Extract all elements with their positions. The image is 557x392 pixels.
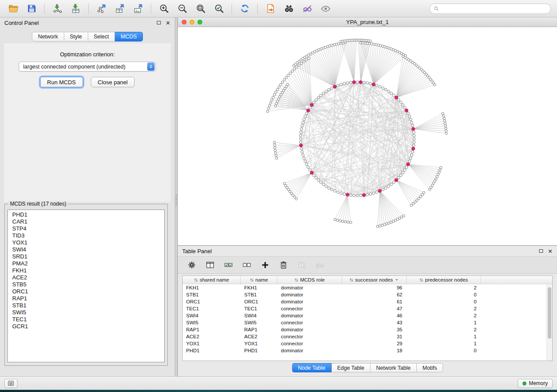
result-node-item[interactable]: YOX1 <box>12 239 164 246</box>
close-table-panel-button[interactable] <box>548 249 553 254</box>
export-image-button[interactable] <box>129 2 147 16</box>
cell-predecessor-nodes[interactable]: 0 <box>407 298 481 305</box>
cell-shared-name[interactable]: RAP1 <box>183 326 241 333</box>
window-minimize-button[interactable] <box>190 20 194 24</box>
cell-mcds-role[interactable]: connector <box>277 305 342 312</box>
table-row[interactable]: RAP1RAP1dominator352 <box>183 326 552 333</box>
show-panel-menu-button[interactable] <box>4 379 17 388</box>
result-node-item[interactable]: PHD1 <box>12 211 164 218</box>
cell-mcds-role[interactable]: dominator <box>277 284 342 291</box>
cell-shared-name[interactable]: ACE2 <box>183 333 241 340</box>
column-header-shared-name[interactable]: shared name <box>183 276 241 284</box>
column-header-mcds-role[interactable]: MCDS role <box>277 276 342 284</box>
result-node-item[interactable]: FKH1 <box>12 267 164 274</box>
result-node-item[interactable]: PMA2 <box>12 260 164 267</box>
result-node-item[interactable]: GCR1 <box>12 323 164 330</box>
show-columns-button[interactable] <box>203 258 217 272</box>
window-close-button[interactable] <box>182 20 187 24</box>
cell-shared-name[interactable]: PHD1 <box>183 347 241 354</box>
export-table-button[interactable] <box>111 2 128 16</box>
result-node-item[interactable]: SRD1 <box>12 253 164 260</box>
table-row[interactable]: ACE2ACE2connector311 <box>183 333 552 340</box>
cell-name[interactable]: YOX1 <box>241 340 277 347</box>
float-panel-button[interactable] <box>157 21 161 24</box>
close-control-panel-button[interactable] <box>166 21 170 25</box>
column-header-predecessor-nodes[interactable]: predecessor nodes <box>407 276 481 284</box>
zoom-out-button[interactable] <box>173 2 191 16</box>
cell-name[interactable]: SWI5 <box>241 319 277 326</box>
search-network-button[interactable] <box>280 2 298 16</box>
cell-successor-nodes[interactable]: 96 <box>342 284 407 291</box>
cell-successor-nodes[interactable]: 29 <box>342 340 407 347</box>
tab-network-table[interactable]: Network Table <box>370 363 417 372</box>
result-node-item[interactable]: CAR1 <box>12 218 164 225</box>
cell-shared-name[interactable]: TEC1 <box>183 305 241 312</box>
cell-name[interactable]: RAP1 <box>241 326 277 333</box>
zoom-fit-button[interactable] <box>192 2 209 16</box>
tab-style[interactable]: Style <box>64 32 88 41</box>
result-node-item[interactable]: STB1 <box>12 302 164 309</box>
table-row[interactable]: YOX1YOX1connector291 <box>183 340 552 347</box>
search-box[interactable] <box>429 3 551 14</box>
cell-predecessor-nodes[interactable]: 0 <box>407 347 481 354</box>
cell-mcds-role[interactable]: dominator <box>277 291 342 298</box>
import-network-button[interactable] <box>48 2 66 16</box>
cell-predecessor-nodes[interactable]: 2 <box>407 284 481 291</box>
result-node-item[interactable]: SWI5 <box>12 309 164 316</box>
cell-predecessor-nodes[interactable]: 2 <box>407 305 481 312</box>
cell-name[interactable]: SWI4 <box>241 312 277 319</box>
add-row-button[interactable] <box>258 258 272 272</box>
table-row[interactable]: FKH1FKH1dominator962 <box>183 284 552 291</box>
open-file-button[interactable] <box>4 2 22 16</box>
table-scrollbar[interactable] <box>547 285 552 361</box>
cell-successor-nodes[interactable]: 46 <box>342 312 407 319</box>
export-network-button[interactable] <box>93 2 110 16</box>
column-settings-button[interactable] <box>185 258 199 272</box>
table-row[interactable]: TEC1TEC1connector472 <box>183 305 552 312</box>
result-node-item[interactable]: STP4 <box>12 225 164 232</box>
cell-successor-nodes[interactable]: 43 <box>342 319 407 326</box>
result-node-item[interactable]: SWI4 <box>12 246 164 253</box>
export-document-button[interactable] <box>262 2 279 16</box>
cell-shared-name[interactable]: SWI5 <box>183 319 241 326</box>
cell-successor-nodes[interactable]: 62 <box>342 291 407 298</box>
run-mcds-button[interactable]: Run MCDS <box>40 77 83 87</box>
function-builder-button[interactable]: f(x) <box>313 258 327 272</box>
cell-shared-name[interactable]: SWI4 <box>183 312 241 319</box>
window-zoom-button[interactable] <box>197 20 202 24</box>
cell-name[interactable]: STB1 <box>241 291 277 298</box>
cell-shared-name[interactable]: YOX1 <box>183 340 241 347</box>
table-row[interactable]: ORC1ORC1dominator610 <box>183 298 552 305</box>
cell-name[interactable]: ORC1 <box>241 298 277 305</box>
cell-successor-nodes[interactable]: 61 <box>342 298 407 305</box>
delete-row-button[interactable] <box>277 258 291 272</box>
import-table-button[interactable] <box>67 2 84 16</box>
tab-motifs[interactable]: Motifs <box>417 363 443 372</box>
optimization-criterion-select[interactable]: largest connected component (undirected) <box>19 62 156 72</box>
cell-mcds-role[interactable]: connector <box>277 319 342 326</box>
cell-mcds-role[interactable]: dominator <box>277 347 342 354</box>
cell-successor-nodes[interactable]: 18 <box>342 347 407 354</box>
result-node-item[interactable]: TEC1 <box>12 316 164 323</box>
result-node-item[interactable]: STB5 <box>12 281 164 288</box>
cell-name[interactable]: TEC1 <box>241 305 277 312</box>
result-node-item[interactable]: ACE2 <box>12 274 164 281</box>
cell-successor-nodes[interactable]: 47 <box>342 305 407 312</box>
tab-mcds[interactable]: MCDS <box>115 32 143 41</box>
memory-button[interactable]: Memory <box>518 379 553 388</box>
graphics-details-button[interactable] <box>298 2 316 16</box>
zoom-selected-button[interactable] <box>210 2 228 16</box>
result-node-item[interactable]: TID3 <box>12 232 164 239</box>
zoom-in-button[interactable] <box>155 2 173 16</box>
result-node-item[interactable]: RAP1 <box>12 295 164 302</box>
panel-splitter[interactable] <box>175 17 178 376</box>
tab-network[interactable]: Network <box>32 32 64 41</box>
refresh-view-button[interactable] <box>236 2 253 16</box>
cell-name[interactable]: ACE2 <box>241 333 277 340</box>
cell-predecessor-nodes[interactable]: 1 <box>407 333 481 340</box>
deselect-all-button[interactable] <box>240 258 254 272</box>
cell-shared-name[interactable]: ORC1 <box>183 298 241 305</box>
column-header-successor-nodes[interactable]: successor nodes <box>342 276 407 284</box>
table-row[interactable]: SWI5SWI5connector431 <box>183 319 552 326</box>
close-panel-button[interactable]: Close panel <box>91 77 135 87</box>
